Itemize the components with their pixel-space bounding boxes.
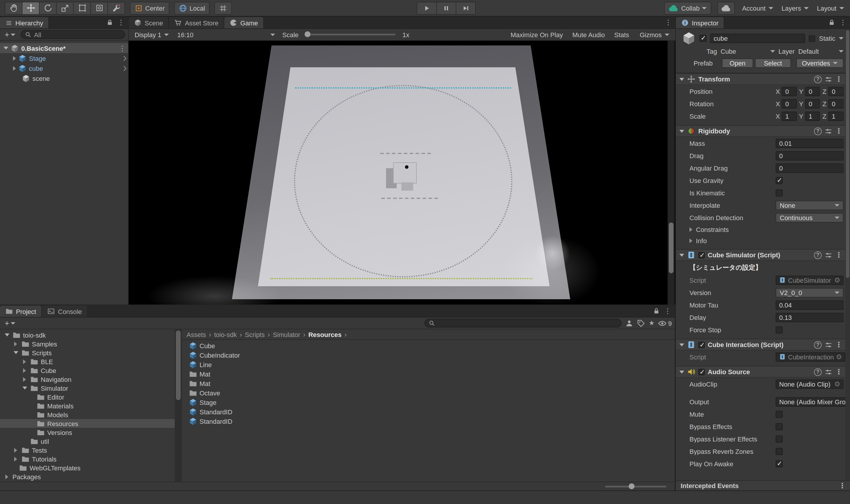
scale-z-field[interactable]: 1 xyxy=(828,111,844,121)
favorites-star-icon[interactable]: ★ xyxy=(649,319,655,327)
output-object-field[interactable]: None (Audio Mixer Group) ⊙ xyxy=(776,397,846,406)
component-kebab-icon[interactable]: ⋮ xyxy=(835,251,842,258)
foldout-open-icon[interactable] xyxy=(680,253,684,256)
breadcrumb-item[interactable]: Simulator xyxy=(273,331,300,338)
object-picker-icon[interactable]: ⊙ xyxy=(835,380,840,388)
gameobject-icon[interactable] xyxy=(682,31,696,46)
script-object-field[interactable]: CubeSimulator ⊙ xyxy=(776,275,844,285)
hierarchy-item-stage[interactable]: Stage xyxy=(0,53,128,63)
scrollbar-thumb[interactable] xyxy=(176,330,181,400)
prefab-select-button[interactable]: Select xyxy=(755,58,791,68)
inspector-menu-kebab-icon[interactable]: ⋮ xyxy=(839,19,847,26)
grid-snapping-button[interactable] xyxy=(215,1,232,15)
script-object-field[interactable]: CubeInteraction ⊙ xyxy=(776,352,845,361)
foldout-closed-icon[interactable] xyxy=(23,377,26,381)
step-button[interactable] xyxy=(456,1,476,15)
foldout-closed-icon[interactable] xyxy=(23,359,26,364)
tab-hierarchy[interactable]: Hierarchy xyxy=(0,17,49,28)
scrollbar-thumb[interactable] xyxy=(669,222,673,273)
foldout-closed-icon[interactable] xyxy=(14,341,17,346)
scale-x-field[interactable]: 1 xyxy=(782,111,797,121)
position-z-field[interactable]: 0 xyxy=(828,87,844,96)
presets-icon[interactable] xyxy=(825,251,832,259)
prefab-open-chevron-icon[interactable] xyxy=(122,56,127,61)
tab-game[interactable]: Game xyxy=(224,17,264,28)
hierarchy-item-cube[interactable]: cube xyxy=(0,63,128,73)
project-folder-packages[interactable]: Packages xyxy=(0,472,175,481)
scale-y-field[interactable]: 1 xyxy=(805,111,820,121)
project-search-input[interactable] xyxy=(424,319,621,327)
object-picker-icon[interactable]: ⊙ xyxy=(835,276,840,284)
project-folder-mat[interactable]: Mat xyxy=(182,370,675,379)
project-file-standardid2[interactable]: StandardID xyxy=(182,417,675,426)
delay-field[interactable]: 0.13 xyxy=(776,312,844,322)
lock-icon[interactable] xyxy=(828,19,835,26)
project-folder-samples[interactable]: Samples xyxy=(0,339,175,348)
lock-icon[interactable] xyxy=(653,307,660,314)
presets-icon[interactable] xyxy=(825,127,832,135)
foldout-closed-icon[interactable] xyxy=(14,448,17,452)
transform-tool-button[interactable] xyxy=(90,1,108,15)
cloud-services-button[interactable] xyxy=(717,1,735,15)
display-dropdown[interactable]: Display 1 xyxy=(133,31,170,38)
create-asset-button[interactable]: + xyxy=(3,319,17,327)
project-file-cubeindicator[interactable]: CubeIndicator xyxy=(182,350,675,360)
version-dropdown[interactable]: V2_0_0 xyxy=(776,288,844,297)
aspect-ratio-dropdown[interactable]: 16:10 xyxy=(177,31,275,38)
bypass-effects-checkbox[interactable] xyxy=(776,423,783,430)
project-file-standardid[interactable]: StandardID xyxy=(182,407,675,417)
hierarchy-search-input[interactable]: All xyxy=(20,30,125,39)
custom-tool-button[interactable] xyxy=(107,1,125,15)
interpolate-dropdown[interactable]: None xyxy=(776,200,844,210)
gizmos-dropdown[interactable]: Gizmos xyxy=(638,31,671,38)
icon-size-slider[interactable] xyxy=(605,486,666,487)
cube-simulator-component-header[interactable]: Cube Simulator (Script) ? ⋮ xyxy=(676,249,846,261)
project-folder-models[interactable]: Models xyxy=(0,410,175,419)
hand-tool-button[interactable] xyxy=(5,1,22,15)
foldout-open-icon[interactable] xyxy=(680,78,684,80)
project-folder-materials[interactable]: Materials xyxy=(0,401,175,410)
scrollbar-thumb[interactable] xyxy=(846,30,849,278)
rect-tool-button[interactable] xyxy=(73,1,91,15)
force-stop-checkbox[interactable] xyxy=(776,326,783,333)
scale-slider[interactable] xyxy=(306,34,396,35)
tab-asset-store[interactable]: Asset Store xyxy=(169,17,224,28)
layout-dropdown[interactable]: Layout xyxy=(816,4,845,12)
rigidbody-component-header[interactable]: Rigidbody ? ⋮ xyxy=(676,125,846,137)
foldout-open-icon[interactable] xyxy=(3,47,8,50)
presets-icon[interactable] xyxy=(825,75,832,83)
project-folder-resources[interactable]: Resources xyxy=(0,419,175,428)
search-by-label-icon[interactable] xyxy=(637,319,645,327)
breadcrumb-item[interactable]: toio-sdk xyxy=(214,331,237,338)
foldout-open-icon[interactable] xyxy=(4,334,9,336)
layers-dropdown[interactable]: Layers xyxy=(780,4,810,12)
project-folder-editor[interactable]: Editor xyxy=(0,393,175,401)
project-menu-kebab-icon[interactable]: ⋮ xyxy=(664,307,671,314)
help-icon[interactable]: ? xyxy=(814,251,822,259)
prefab-open-chevron-icon[interactable] xyxy=(122,66,127,71)
tab-scene[interactable]: Scene xyxy=(129,17,169,28)
project-file-cube[interactable]: Cube xyxy=(182,341,675,350)
foldout-closed-icon[interactable] xyxy=(13,56,16,60)
foldout-closed-icon[interactable] xyxy=(14,456,17,461)
hierarchy-item-scene-header[interactable]: 0.BasicScene* ⋮ xyxy=(0,43,128,53)
project-folder-tests[interactable]: Tests xyxy=(0,446,175,454)
component-enabled-checkbox[interactable] xyxy=(698,252,705,258)
static-dropdown-icon[interactable] xyxy=(839,37,844,39)
tag-dropdown[interactable]: Cube xyxy=(721,48,775,55)
foldout-closed-icon[interactable] xyxy=(23,368,26,373)
breadcrumb-item-current[interactable]: Resources xyxy=(308,331,342,338)
rotation-mode-button[interactable]: Local xyxy=(174,1,210,15)
position-y-field[interactable]: 0 xyxy=(805,87,820,96)
hidden-packages-toggle[interactable]: 9 xyxy=(658,319,672,327)
tab-inspector[interactable]: Inspector xyxy=(676,17,725,28)
project-folder-toio-sdk[interactable]: toio-sdk xyxy=(0,330,175,339)
scale-slider-handle[interactable] xyxy=(305,31,310,37)
stats-toggle[interactable]: Stats xyxy=(614,31,629,38)
scale-tool-button[interactable] xyxy=(56,1,74,15)
intercepted-events-kebab-icon[interactable]: ⋮ xyxy=(839,482,846,489)
game-viewport[interactable] xyxy=(129,41,675,305)
mute-audio-toggle[interactable]: Mute Audio xyxy=(572,31,605,38)
transform-component-header[interactable]: Transform ? ⋮ xyxy=(676,73,846,85)
account-dropdown[interactable]: Account xyxy=(741,4,775,12)
